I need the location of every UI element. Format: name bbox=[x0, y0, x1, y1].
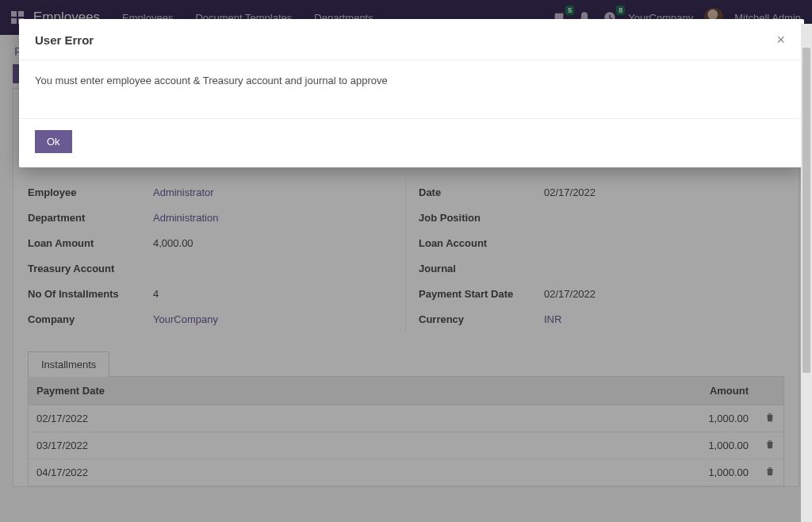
dialog-message: You must enter employee account & Treasu… bbox=[35, 60, 788, 102]
ok-button[interactable]: Ok bbox=[35, 130, 72, 153]
scrollbar-thumb[interactable] bbox=[802, 48, 810, 373]
dialog-title: User Error bbox=[35, 33, 94, 47]
scrollbar[interactable] bbox=[801, 24, 812, 522]
close-icon[interactable]: × bbox=[773, 32, 788, 48]
user-error-dialog: User Error × You must enter employee acc… bbox=[19, 19, 804, 167]
